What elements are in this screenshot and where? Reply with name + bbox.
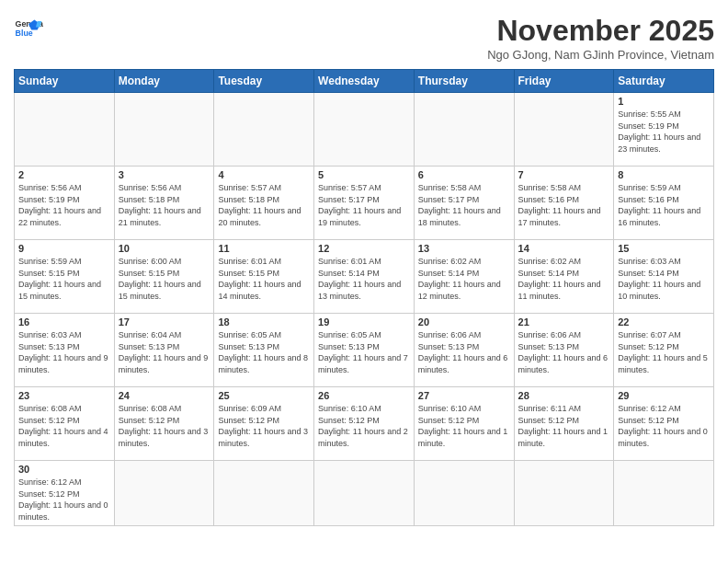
calendar-table: SundayMondayTuesdayWednesdayThursdayFrid…	[14, 69, 714, 526]
calendar-day-cell: 12Sunrise: 6:01 AM Sunset: 5:14 PM Dayli…	[314, 240, 415, 314]
day-number: 29	[618, 390, 710, 401]
calendar-day-cell: 19Sunrise: 6:05 AM Sunset: 5:13 PM Dayli…	[314, 314, 415, 387]
calendar-day-cell: 10Sunrise: 6:00 AM Sunset: 5:15 PM Dayli…	[114, 240, 214, 314]
day-info: Sunrise: 5:58 AM Sunset: 5:17 PM Dayligh…	[418, 182, 510, 228]
logo: General Blue	[14, 14, 43, 43]
calendar-day-cell	[15, 93, 115, 167]
day-info: Sunrise: 6:03 AM Sunset: 5:13 PM Dayligh…	[18, 329, 110, 375]
day-number: 25	[218, 390, 310, 401]
day-number: 2	[18, 169, 110, 180]
calendar-day-cell	[214, 461, 314, 526]
calendar-day-cell: 17Sunrise: 6:04 AM Sunset: 5:13 PM Dayli…	[114, 314, 214, 387]
calendar-day-cell	[114, 93, 214, 167]
day-number: 30	[18, 464, 110, 475]
calendar-day-cell: 4Sunrise: 5:57 AM Sunset: 5:18 PM Daylig…	[214, 167, 314, 240]
day-number: 15	[618, 243, 710, 254]
calendar-week-row: 23Sunrise: 6:08 AM Sunset: 5:12 PM Dayli…	[15, 387, 714, 461]
day-info: Sunrise: 6:09 AM Sunset: 5:12 PM Dayligh…	[218, 403, 310, 449]
day-number: 22	[618, 316, 710, 327]
calendar-day-cell: 9Sunrise: 5:59 AM Sunset: 5:15 PM Daylig…	[15, 240, 115, 314]
day-number: 6	[418, 169, 510, 180]
calendar-day-cell: 8Sunrise: 5:59 AM Sunset: 5:16 PM Daylig…	[614, 167, 714, 240]
day-info: Sunrise: 6:06 AM Sunset: 5:13 PM Dayligh…	[418, 329, 510, 375]
day-info: Sunrise: 5:58 AM Sunset: 5:16 PM Dayligh…	[518, 182, 610, 228]
day-info: Sunrise: 6:05 AM Sunset: 5:13 PM Dayligh…	[318, 329, 410, 375]
calendar-day-cell	[414, 93, 514, 167]
day-number: 10	[119, 243, 210, 254]
day-info: Sunrise: 6:02 AM Sunset: 5:14 PM Dayligh…	[418, 256, 510, 302]
day-info: Sunrise: 6:08 AM Sunset: 5:12 PM Dayligh…	[119, 403, 210, 449]
location-subtitle: Ngo GJong, Nam GJinh Province, Vietnam	[487, 48, 714, 62]
calendar-week-row: 1Sunrise: 5:55 AM Sunset: 5:19 PM Daylig…	[15, 93, 714, 167]
day-info: Sunrise: 6:01 AM Sunset: 5:14 PM Dayligh…	[318, 256, 410, 302]
day-info: Sunrise: 6:10 AM Sunset: 5:12 PM Dayligh…	[318, 403, 410, 449]
day-info: Sunrise: 5:59 AM Sunset: 5:15 PM Dayligh…	[18, 256, 110, 302]
calendar-day-cell	[514, 461, 614, 526]
calendar-day-cell: 29Sunrise: 6:12 AM Sunset: 5:12 PM Dayli…	[614, 387, 714, 461]
calendar-day-cell: 3Sunrise: 5:56 AM Sunset: 5:18 PM Daylig…	[114, 167, 214, 240]
day-number: 26	[318, 390, 410, 401]
day-number: 23	[18, 390, 110, 401]
calendar-day-cell	[514, 93, 614, 167]
day-info: Sunrise: 6:01 AM Sunset: 5:15 PM Dayligh…	[218, 256, 310, 302]
calendar-day-cell: 7Sunrise: 5:58 AM Sunset: 5:16 PM Daylig…	[514, 167, 614, 240]
day-info: Sunrise: 6:08 AM Sunset: 5:12 PM Dayligh…	[18, 403, 110, 449]
day-info: Sunrise: 6:12 AM Sunset: 5:12 PM Dayligh…	[618, 403, 710, 449]
day-info: Sunrise: 6:04 AM Sunset: 5:13 PM Dayligh…	[119, 329, 210, 375]
page-header: General Blue November 2025 Ngo GJong, Na…	[14, 14, 714, 62]
calendar-day-cell: 21Sunrise: 6:06 AM Sunset: 5:13 PM Dayli…	[514, 314, 614, 387]
day-info: Sunrise: 5:59 AM Sunset: 5:16 PM Dayligh…	[618, 182, 710, 228]
column-header-tuesday: Tuesday	[214, 70, 314, 93]
day-info: Sunrise: 6:11 AM Sunset: 5:12 PM Dayligh…	[518, 403, 610, 449]
day-number: 4	[218, 169, 310, 180]
day-number: 12	[318, 243, 410, 254]
column-header-wednesday: Wednesday	[314, 70, 415, 93]
day-info: Sunrise: 6:02 AM Sunset: 5:14 PM Dayligh…	[518, 256, 610, 302]
calendar-week-row: 9Sunrise: 5:59 AM Sunset: 5:15 PM Daylig…	[15, 240, 714, 314]
column-header-monday: Monday	[114, 70, 214, 93]
svg-text:Blue: Blue	[16, 29, 33, 38]
calendar-day-cell: 22Sunrise: 6:07 AM Sunset: 5:12 PM Dayli…	[614, 314, 714, 387]
day-number: 3	[119, 169, 210, 180]
day-info: Sunrise: 5:57 AM Sunset: 5:18 PM Dayligh…	[218, 182, 310, 228]
calendar-day-cell: 15Sunrise: 6:03 AM Sunset: 5:14 PM Dayli…	[614, 240, 714, 314]
calendar-day-cell: 1Sunrise: 5:55 AM Sunset: 5:19 PM Daylig…	[614, 93, 714, 167]
day-number: 11	[218, 243, 310, 254]
calendar-day-cell: 14Sunrise: 6:02 AM Sunset: 5:14 PM Dayli…	[514, 240, 614, 314]
day-number: 17	[119, 316, 210, 327]
calendar-week-row: 30Sunrise: 6:12 AM Sunset: 5:12 PM Dayli…	[15, 461, 714, 526]
day-number: 8	[618, 169, 710, 180]
calendar-day-cell: 24Sunrise: 6:08 AM Sunset: 5:12 PM Dayli…	[114, 387, 214, 461]
day-number: 21	[518, 316, 610, 327]
title-block: November 2025 Ngo GJong, Nam GJinh Provi…	[487, 14, 714, 62]
column-header-thursday: Thursday	[414, 70, 514, 93]
calendar-day-cell: 6Sunrise: 5:58 AM Sunset: 5:17 PM Daylig…	[414, 167, 514, 240]
calendar-day-cell: 26Sunrise: 6:10 AM Sunset: 5:12 PM Dayli…	[314, 387, 415, 461]
calendar-day-cell: 23Sunrise: 6:08 AM Sunset: 5:12 PM Dayli…	[15, 387, 115, 461]
day-number: 18	[218, 316, 310, 327]
calendar-week-row: 2Sunrise: 5:56 AM Sunset: 5:19 PM Daylig…	[15, 167, 714, 240]
day-number: 5	[318, 169, 410, 180]
column-header-saturday: Saturday	[614, 70, 714, 93]
day-info: Sunrise: 6:10 AM Sunset: 5:12 PM Dayligh…	[418, 403, 510, 449]
calendar-day-cell: 5Sunrise: 5:57 AM Sunset: 5:17 PM Daylig…	[314, 167, 415, 240]
calendar-day-cell: 27Sunrise: 6:10 AM Sunset: 5:12 PM Dayli…	[414, 387, 514, 461]
calendar-day-cell: 28Sunrise: 6:11 AM Sunset: 5:12 PM Dayli…	[514, 387, 614, 461]
calendar-day-cell	[114, 461, 214, 526]
day-info: Sunrise: 6:00 AM Sunset: 5:15 PM Dayligh…	[119, 256, 210, 302]
day-number: 28	[518, 390, 610, 401]
calendar-day-cell: 20Sunrise: 6:06 AM Sunset: 5:13 PM Dayli…	[414, 314, 514, 387]
calendar-day-cell: 13Sunrise: 6:02 AM Sunset: 5:14 PM Dayli…	[414, 240, 514, 314]
day-info: Sunrise: 6:06 AM Sunset: 5:13 PM Dayligh…	[518, 329, 610, 375]
day-number: 7	[518, 169, 610, 180]
calendar-day-cell: 25Sunrise: 6:09 AM Sunset: 5:12 PM Dayli…	[214, 387, 314, 461]
day-info: Sunrise: 6:05 AM Sunset: 5:13 PM Dayligh…	[218, 329, 310, 375]
logo-icon: General Blue	[14, 14, 43, 43]
day-info: Sunrise: 6:03 AM Sunset: 5:14 PM Dayligh…	[618, 256, 710, 302]
month-title: November 2025	[487, 14, 714, 48]
day-info: Sunrise: 5:57 AM Sunset: 5:17 PM Dayligh…	[318, 182, 410, 228]
calendar-day-cell	[614, 461, 714, 526]
calendar-header-row: SundayMondayTuesdayWednesdayThursdayFrid…	[15, 70, 714, 93]
day-number: 19	[318, 316, 410, 327]
day-number: 13	[418, 243, 510, 254]
